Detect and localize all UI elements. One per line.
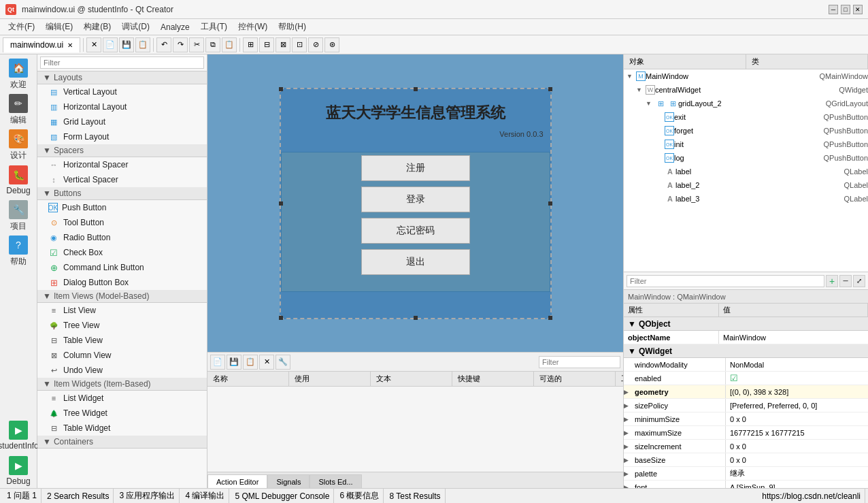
toolbar-undo[interactable]: ↶ <box>156 37 171 52</box>
widget-radio-button[interactable]: ◉ Radio Button <box>37 230 207 245</box>
sidebar-debug[interactable]: 🐛 Debug <box>1 163 35 197</box>
section-containers[interactable]: ▼ Containers <box>37 436 207 449</box>
widget-form-layout[interactable]: ▧ Form Layout <box>37 129 207 144</box>
prop-value-windowmodality[interactable]: NonModal <box>726 361 868 369</box>
section-spacers[interactable]: ▼ Spacers <box>37 144 207 157</box>
toolbar-cut[interactable]: ✂ <box>189 37 204 52</box>
sidebar-project[interactable]: 🔧 项目 <box>1 199 35 233</box>
expand-sizeincrement[interactable]: ▶ <box>624 443 631 450</box>
close-button[interactable]: ✕ <box>853 5 863 14</box>
bottom-filter-input[interactable] <box>539 356 620 368</box>
widget-column-view[interactable]: ⊠ Column View <box>37 348 207 363</box>
canvas-btn-exit[interactable]: 退出 <box>361 249 470 275</box>
widget-list-view[interactable]: ≡ List View <box>37 303 207 318</box>
tree-item-exit[interactable]: OK exit QPushButton <box>624 110 868 124</box>
widget-command-link[interactable]: ⊕ Command Link Button <box>37 260 207 275</box>
menu-edit[interactable]: 编辑(E) <box>40 20 78 34</box>
handle-tc[interactable] <box>414 87 418 91</box>
prop-value-sizepolicy[interactable]: [Preferred, Preferred, 0, 0] <box>726 402 868 410</box>
widget-list-widget[interactable]: ≡ List Widget <box>37 391 207 406</box>
widget-filter-input[interactable] <box>40 56 204 69</box>
status-app-output[interactable]: 3 应用程序输出 <box>115 489 180 503</box>
expand-gridlayout[interactable]: ▼ <box>646 100 655 107</box>
widget-push-button[interactable]: OK Push Button <box>37 200 207 215</box>
toolbar-paste[interactable]: 📋 <box>222 37 237 52</box>
prop-minus-btn[interactable]: ─ <box>839 275 852 287</box>
tree-item-label[interactable]: A label QLabel <box>624 165 868 178</box>
sidebar-help[interactable]: ? 帮助 <box>1 234 35 268</box>
prop-value-enabled[interactable]: ☑ <box>726 373 868 383</box>
bottom-btn5[interactable]: 🔧 <box>276 355 290 370</box>
toolbar-save[interactable]: 💾 <box>119 37 134 52</box>
widget-dialog-button[interactable]: ⊞ Dialog Button Box <box>37 275 207 290</box>
widget-horizontal-spacer[interactable]: ↔ Horizontal Spacer <box>37 157 207 172</box>
prop-add-btn[interactable]: + <box>826 275 838 287</box>
canvas-btn-login[interactable]: 登录 <box>361 186 470 212</box>
expand-sizepolicy[interactable]: ▶ <box>624 402 631 409</box>
status-compile[interactable]: 4 编译输出 <box>181 489 229 503</box>
tree-item-gridlayout[interactable]: ▼ ⊞ ⊞ gridLayout_2 QGridLayout <box>624 97 868 110</box>
menu-build[interactable]: 构建(B) <box>78 20 116 34</box>
tab-action-editor[interactable]: Action Editor <box>207 474 267 488</box>
bottom-btn1[interactable]: 📄 <box>210 355 225 370</box>
section-layouts[interactable]: ▼ Layouts <box>37 71 207 84</box>
prop-expand-btn[interactable]: ⤢ <box>853 275 865 287</box>
widget-check-box[interactable]: ☑ Check Box <box>37 245 207 260</box>
handle-tr[interactable] <box>548 87 552 91</box>
tree-item-label3[interactable]: A label_3 QLabel <box>624 192 868 206</box>
toolbar-layout-v[interactable]: ⊟ <box>259 37 274 52</box>
tree-item-init[interactable]: OK init QPushButton <box>624 137 868 151</box>
sidebar-welcome[interactable]: 🏠 欢迎 <box>1 57 35 91</box>
prop-section-qobject[interactable]: ▼ QObject <box>624 317 868 331</box>
handle-bc[interactable] <box>414 316 418 320</box>
expand-maximumsize[interactable]: ▶ <box>624 429 631 436</box>
expand-basesize[interactable]: ▶ <box>624 457 631 464</box>
toolbar-copy[interactable]: ⧉ <box>205 37 220 52</box>
prop-value-minimumsize[interactable]: 0 x 0 <box>726 415 868 423</box>
toolbar-break[interactable]: ⊘ <box>308 37 323 52</box>
canvas-btn-register[interactable]: 注册 <box>361 155 470 181</box>
prop-filter-input[interactable] <box>627 275 824 287</box>
toolbar-layout-g[interactable]: ⊠ <box>276 37 290 52</box>
widget-table-view[interactable]: ⊟ Table View <box>37 333 207 348</box>
tree-item-mainwindow[interactable]: ▼ M MainWindow QMainWindow <box>624 69 868 83</box>
prop-value-sizeincrement[interactable]: 0 x 0 <box>726 442 868 451</box>
widget-table-widget[interactable]: ⊟ Table Widget <box>37 421 207 436</box>
prop-value-palette[interactable]: 继承 <box>726 468 868 478</box>
section-itemwidgets[interactable]: ▼ Item Widgets (Item-Based) <box>37 378 207 391</box>
file-tab-close[interactable]: ✕ <box>67 42 73 49</box>
sidebar-edit[interactable]: ✏ 编辑 <box>1 93 35 127</box>
tab-signals[interactable]: Signals <box>267 474 310 488</box>
expand-geometry[interactable]: ▶ <box>624 389 631 395</box>
prop-value-geometry[interactable]: [(0, 0), 398 x 328] <box>726 388 868 396</box>
canvas-bg[interactable]: 蓝天大学学生信息管理系统 Version 0.0.3 注册 登录 忘记密码 退出 <box>280 88 552 319</box>
widget-horizontal-layout[interactable]: ▥ Horizontal Layout <box>37 99 207 114</box>
widget-tool-button[interactable]: ⊙ Tool Button <box>37 215 207 230</box>
toolbar-redo[interactable]: ↷ <box>173 37 188 52</box>
prop-value-font[interactable]: A [SimSun, 9] <box>726 483 868 489</box>
status-search[interactable]: 2 Search Results <box>43 489 114 503</box>
prop-value-maximumsize[interactable]: 16777215 x 16777215 <box>726 429 868 437</box>
status-qml[interactable]: 5 QML Debugger Console <box>231 489 334 503</box>
menu-debug[interactable]: 调试(D) <box>116 20 155 34</box>
menu-file[interactable]: 文件(F) <box>3 20 40 34</box>
bottom-btn4[interactable]: ✕ <box>259 355 274 370</box>
prop-section-qwidget[interactable]: ▼ QWidget <box>624 344 868 358</box>
toolbar-adjust[interactable]: ⊛ <box>324 37 339 52</box>
widget-vertical-spacer[interactable]: ↕ Vertical Spacer <box>37 172 207 187</box>
menu-control[interactable]: 控件(W) <box>233 20 273 34</box>
expand-minimumsize[interactable]: ▶ <box>624 416 631 423</box>
tree-item-log[interactable]: OK log QPushButton <box>624 151 868 165</box>
maximize-button[interactable]: □ <box>841 5 850 14</box>
handle-mr[interactable] <box>548 201 552 206</box>
tab-slots-editor[interactable]: Slots Ed... <box>310 474 361 488</box>
sidebar-student-info[interactable]: ▶ studentInfo <box>1 419 35 453</box>
toolbar-layout-f[interactable]: ⊡ <box>292 37 307 52</box>
section-itemviews[interactable]: ▼ Item Views (Model-Based) <box>37 290 207 303</box>
prop-value-basesize[interactable]: 0 x 0 <box>726 456 868 464</box>
prop-value-objectname[interactable]: MainWindow <box>719 334 868 342</box>
tree-item-forget[interactable]: OK forget QPushButton <box>624 124 868 137</box>
canvas-btn-forget[interactable]: 忘记密码 <box>361 218 470 244</box>
status-url[interactable]: https://blog.csdn.net/cleanli <box>758 489 865 503</box>
status-test[interactable]: 8 Test Results <box>385 489 445 503</box>
